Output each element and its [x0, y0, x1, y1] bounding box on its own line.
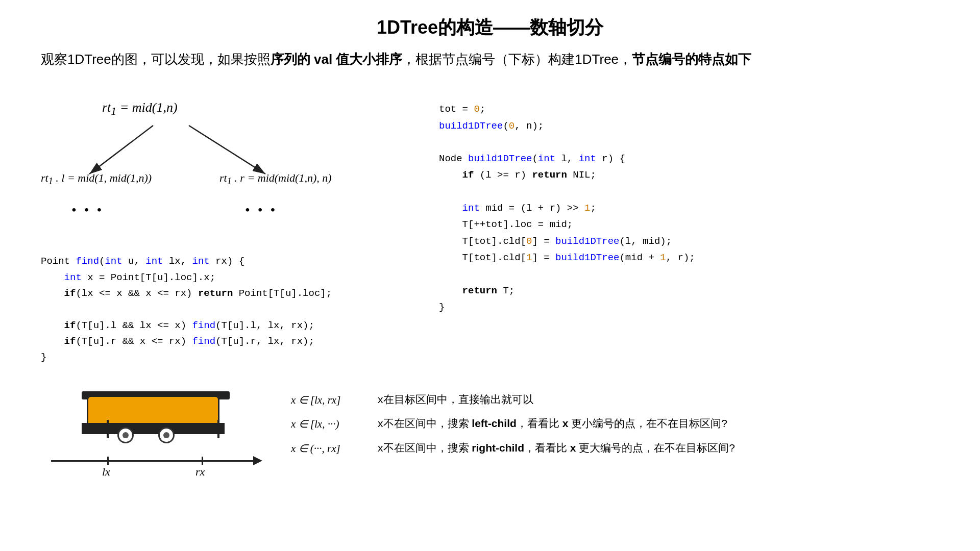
diagram-area: lx rx: [41, 391, 276, 470]
tree-dots-right: • • •: [245, 202, 277, 218]
right-code: tot = 0; build1DTree(0, n); Node build1D…: [439, 85, 939, 315]
find-fn-name: find: [76, 256, 99, 267]
find-params-open: (: [99, 256, 105, 267]
exp-text-2: x不在区间中，搜索 left-child，看看比 x 更小编号的点，在不在目标区…: [378, 415, 939, 432]
tree-root-label: rt1 = mid(1,n): [102, 100, 178, 118]
subtitle-pre1: 观察1DTree的图，可以发现，如果按照: [41, 52, 271, 67]
tree-right-label: rt1 . r = mid(mid(1,n), n): [219, 171, 332, 187]
exp-text-1: x在目标区间中，直接输出就可以: [378, 391, 939, 408]
rx-label: rx: [195, 465, 205, 479]
tree-diagram: rt1 = mid(1,n) rt1 . l = mid(1, mid(1,n)…: [41, 85, 408, 228]
exp-row-2: x ∈ [lx, ···) x不在区间中，搜索 left-child，看看比 x…: [291, 415, 939, 433]
number-line-container: lx rx: [51, 455, 265, 470]
svg-line-1: [189, 126, 265, 174]
svg-line-0: [89, 126, 153, 174]
lx-label: lx: [102, 465, 110, 479]
tree-dots-left: • • •: [71, 202, 104, 218]
subtitle-bold1: 序列的 val 值大小排序: [271, 52, 403, 67]
subtitle: 观察1DTree的图，可以发现，如果按照序列的 val 值大小排序，根据节点编号…: [0, 49, 980, 69]
exp-text-3: x不在区间中，搜索 right-child，看看比 x 更大编号的点，在不在目标…: [378, 440, 939, 456]
tree-left-label: rt1 . l = mid(1, mid(1,n)): [41, 171, 152, 187]
subtitle-bold2: 节点编号的特点如下: [632, 52, 751, 67]
find-code: Point find(int u, int lx, int rx) { int …: [41, 238, 408, 366]
subtitle-pre2: ，根据节点编号（下标）构建1DTree，: [402, 52, 632, 67]
exp-row-1: x ∈ [lx, rx] x在目标区间中，直接输出就可以: [291, 391, 939, 409]
exp-row-3: x ∈ (···, rx] x不在区间中，搜索 right-child，看看比 …: [291, 440, 939, 457]
left-panel: rt1 = mid(1,n) rt1 . l = mid(1, mid(1,n)…: [41, 85, 408, 366]
exp-math-3: x ∈ (···, rx]: [291, 440, 378, 457]
find-keyword-point: Point: [41, 256, 76, 267]
bus-diagram: [66, 391, 250, 447]
exp-math-2: x ∈ [lx, ···): [291, 415, 378, 433]
explanation-panel: x ∈ [lx, rx] x在目标区间中，直接输出就可以 x ∈ [lx, ··…: [276, 391, 939, 464]
exp-math-1: x ∈ [lx, rx]: [291, 391, 378, 409]
page-title: 1DTree的构造——数轴切分: [0, 0, 980, 40]
right-panel: tot = 0; build1DTree(0, n); Node build1D…: [408, 85, 939, 366]
